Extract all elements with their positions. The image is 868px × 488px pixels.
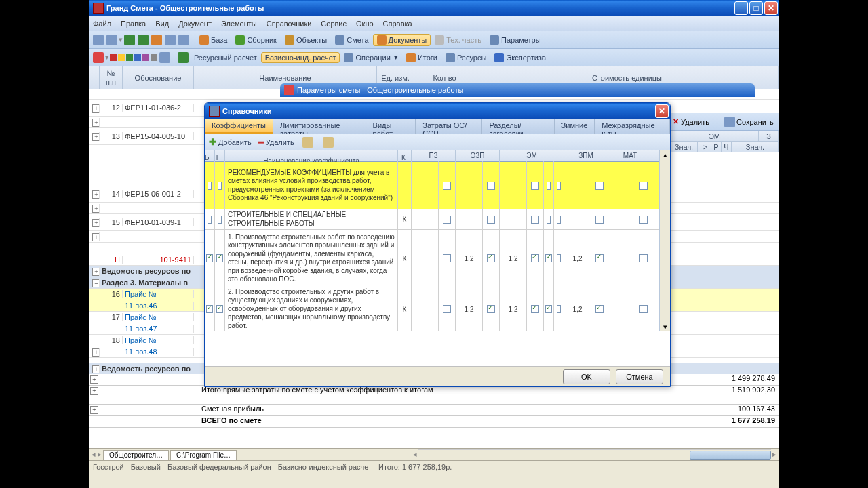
checkbox[interactable] (639, 254, 648, 262)
coeff-row-1[interactable]: СТРОИТЕЛЬНЫЕ И СПЕЦИАЛЬНЫЕ СТРОИТЕЛЬНЫЕ … (205, 209, 659, 230)
grid-icon[interactable] (93, 52, 104, 63)
color-yellow[interactable] (118, 54, 125, 61)
checkbox[interactable] (545, 305, 552, 313)
tab-zimnie[interactable]: Зимние (555, 119, 595, 134)
tech-button[interactable]: Тех. часть (431, 34, 486, 46)
checkbox[interactable] (531, 254, 539, 262)
close-button[interactable]: ✕ (764, 1, 778, 15)
tab-mezhraz[interactable]: Межразрядные к-ты (595, 119, 670, 134)
checkbox[interactable] (216, 305, 223, 313)
checkbox[interactable] (639, 182, 648, 190)
del-button[interactable]: ━Удалить (258, 137, 294, 148)
menu-document[interactable]: Документ (178, 20, 212, 28)
new-icon[interactable] (93, 35, 104, 45)
resursy-button[interactable]: Ресурсы (441, 52, 490, 64)
checkbox[interactable] (443, 305, 451, 313)
menu-service[interactable]: Сервис (321, 20, 347, 28)
checkbox[interactable] (443, 254, 451, 262)
cut-icon[interactable] (151, 35, 162, 45)
operacii-button[interactable]: Операции▾ (340, 52, 401, 64)
params-modal-titlebar[interactable]: Параметры сметы - Общестроительные работ… (280, 83, 755, 97)
checkbox[interactable] (531, 182, 539, 190)
checkbox[interactable] (639, 216, 648, 224)
save-icon[interactable] (106, 35, 117, 45)
delete-button[interactable]: Удалить (681, 118, 709, 126)
checkbox[interactable] (595, 182, 604, 190)
menu-edit[interactable]: Правка (121, 20, 146, 28)
checkbox[interactable] (557, 254, 561, 262)
refs-modal-titlebar[interactable]: Справочники ✕ (205, 103, 670, 119)
bazisno-button[interactable]: Базисно-инд. расчет (261, 52, 340, 63)
menu-refs[interactable]: Справочники (267, 20, 312, 28)
menu-file[interactable]: Файл (93, 20, 111, 28)
checkbox[interactable] (218, 182, 222, 190)
checkbox[interactable] (595, 305, 604, 313)
checkbox[interactable] (443, 182, 451, 190)
checkbox[interactable] (595, 216, 604, 224)
coeff-row-3[interactable]: 2. Производство строительных и других ра… (205, 287, 659, 331)
checkbox[interactable] (595, 254, 604, 262)
tab-doc-2[interactable]: C:\Program File… (170, 450, 237, 460)
tab-razdely[interactable]: Разделы/заголовки (482, 119, 554, 134)
color-gray[interactable] (151, 54, 157, 61)
checkbox[interactable] (557, 216, 561, 224)
marker-icon[interactable] (159, 52, 170, 63)
smeta-button[interactable]: Смета (331, 34, 372, 46)
checkbox[interactable] (547, 182, 551, 190)
tab-koefficienty[interactable]: Коэффициенты (205, 119, 273, 134)
minimize-button[interactable]: _ (734, 1, 748, 15)
checkbox[interactable] (545, 254, 552, 262)
expand-icon[interactable]: + (92, 104, 100, 113)
color-purple[interactable] (142, 54, 149, 61)
parametry-button[interactable]: Параметры (486, 34, 545, 46)
menu-view[interactable]: Вид (155, 20, 169, 28)
copy-icon[interactable] (165, 35, 176, 45)
undo-icon[interactable] (124, 35, 135, 45)
tab-doc-1[interactable]: Общестроител… (103, 450, 169, 460)
dokumenty-button[interactable]: Документы (373, 34, 431, 46)
checkbox[interactable] (557, 305, 561, 313)
paste-icon[interactable] (178, 35, 189, 45)
checkbox[interactable] (487, 254, 495, 262)
checkbox[interactable] (443, 216, 451, 224)
checkbox[interactable] (531, 216, 539, 224)
ok-button[interactable]: OK (563, 369, 610, 384)
maximize-button[interactable]: □ (749, 1, 763, 15)
checkbox[interactable] (487, 216, 495, 224)
func-icon[interactable] (178, 52, 189, 63)
tab-limitir[interactable]: Лимитированные затраты (273, 119, 366, 134)
checkbox[interactable] (218, 216, 222, 224)
checkbox[interactable] (547, 216, 551, 224)
checkbox[interactable] (531, 305, 539, 313)
checkbox[interactable] (206, 305, 213, 313)
color-green[interactable] (126, 54, 133, 61)
menu-window[interactable]: Окно (356, 20, 374, 28)
copy-icon-modal[interactable] (302, 137, 313, 148)
save-icon-right[interactable] (724, 117, 735, 127)
checkbox[interactable] (557, 182, 561, 190)
paste-icon-modal[interactable] (323, 137, 334, 148)
checkbox[interactable] (208, 182, 212, 190)
resursny-button[interactable]: Ресурсный расчет (190, 52, 261, 63)
checkbox[interactable] (206, 254, 213, 262)
refs-vscroll[interactable]: ▾ (659, 162, 670, 331)
redo-icon[interactable] (138, 35, 149, 45)
menu-elements[interactable]: Элементы (221, 20, 257, 28)
add-button[interactable]: ✚Добавить (209, 137, 252, 147)
checkbox[interactable] (208, 216, 212, 224)
color-blue[interactable] (134, 54, 141, 61)
refs-modal-close-button[interactable]: ✕ (655, 104, 669, 118)
ekspertiza-button[interactable]: Экспертиза (490, 52, 550, 64)
baza-button[interactable]: База (195, 34, 231, 46)
tab-vidy[interactable]: Виды работ (366, 119, 416, 134)
itogi-button[interactable]: Итоги (402, 52, 441, 64)
checkbox[interactable] (216, 254, 223, 262)
sbornik-button[interactable]: Сборник (231, 34, 281, 46)
tab-zatraty-os[interactable]: Затраты ОС/ССР (416, 119, 482, 134)
checkbox[interactable] (487, 305, 495, 313)
cancel-button[interactable]: Отмена (616, 369, 663, 384)
checkbox[interactable] (487, 182, 495, 190)
menu-help[interactable]: Справка (383, 20, 412, 28)
coeff-row-2[interactable]: 1. Производство строительных работ по во… (205, 230, 659, 287)
coeff-row-0[interactable]: РЕКОМЕНДУЕМЫЕ КОЭФФИЦИЕНТЫ для учета в с… (205, 162, 659, 209)
